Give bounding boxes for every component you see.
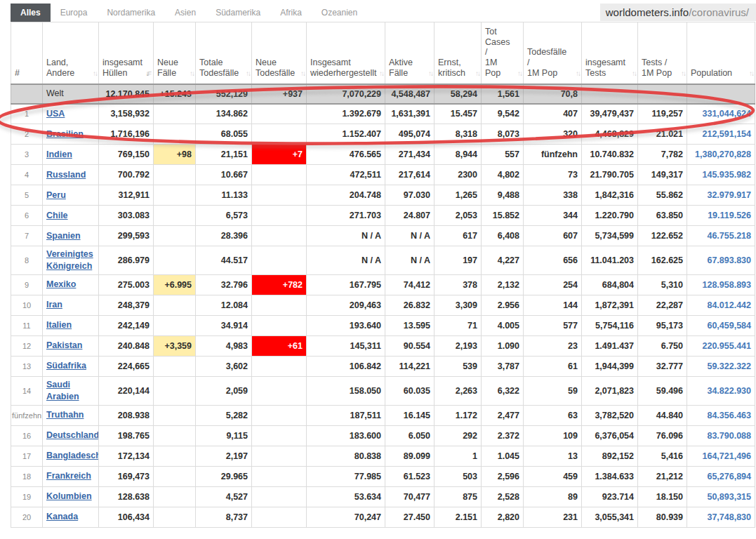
cell-serious: 378 xyxy=(435,274,482,295)
tab-afrika[interactable]: Afrika xyxy=(270,4,312,22)
cell-tests: 3,782,520 xyxy=(582,405,638,425)
column-header-insgesamt[interactable]: insgesamt Tests↑↓ xyxy=(582,22,638,84)
cell-new-cases xyxy=(154,104,196,124)
country-link[interactable]: Bangladesch xyxy=(46,451,99,460)
cell-deaths-1m: 73 xyxy=(524,165,582,185)
cell-serious: 1.172 xyxy=(435,405,482,425)
cell-active: 74,412 xyxy=(385,274,435,295)
country-link[interactable]: Vereinigtes Königreich xyxy=(46,249,93,271)
tab-nordamerika[interactable]: Nordamerika xyxy=(97,4,165,22)
column-header-land-[interactable]: Land, Andere↑↓ xyxy=(43,22,99,84)
country-cell: Russland xyxy=(43,165,99,185)
cell-population[interactable]: 59.322.322 xyxy=(687,356,755,376)
rank-cell: 12 xyxy=(11,335,43,356)
cell-population[interactable]: 46.755.218 xyxy=(687,226,755,246)
cell-recovered: 158.050 xyxy=(307,376,385,405)
cell-new-cases: +3,359 xyxy=(154,335,196,356)
cell-serious: 292 xyxy=(435,425,482,446)
cell-deaths-1m: 23 xyxy=(524,335,582,356)
country-link[interactable]: Kolumbien xyxy=(46,491,92,501)
cell-population[interactable]: 34.822.930 xyxy=(687,376,755,405)
cell-active: 4,548,487 xyxy=(385,84,435,104)
cell-population[interactable]: 128.958.893 xyxy=(687,274,755,295)
column-label: Todesfälle / 1M Pop xyxy=(527,47,566,78)
cell-cases-1m: 9,488 xyxy=(482,185,524,206)
table-row: 7Spanien299,59328.396N / AN / A6176,4086… xyxy=(11,226,755,246)
cell-active: 60.035 xyxy=(385,376,435,405)
cell-serious: 617 xyxy=(435,226,482,246)
country-link[interactable]: Pakistan xyxy=(46,340,82,350)
cell-tests: 2,071,823 xyxy=(582,376,638,405)
cell-active: 24.807 xyxy=(385,206,435,226)
cell-population[interactable]: 50,893,315 xyxy=(687,486,755,507)
cell-population[interactable]: 60,459,584 xyxy=(687,315,755,335)
cell-deaths-1m: 344 xyxy=(524,206,582,226)
cell-population[interactable]: 83.790.088 xyxy=(687,425,755,446)
country-link[interactable]: Peru xyxy=(46,190,66,200)
cell-population[interactable]: 84.356.463 xyxy=(687,405,755,425)
country-link[interactable]: Italien xyxy=(46,320,72,330)
cell-population[interactable]: 220.955.441 xyxy=(687,335,755,356)
column-header-insgesamt[interactable]: Insgesamt wiederhergestellt↑↓ xyxy=(307,22,385,84)
cell-recovered: 476.565 xyxy=(307,145,385,165)
cell-population[interactable]: 67.893.830 xyxy=(687,246,755,275)
cell-total-cases: 3,158,932 xyxy=(99,104,154,124)
cell-serious: 197 xyxy=(435,246,482,275)
cell-tests: 10.740.832 xyxy=(582,145,638,165)
cell-deaths-1m: 13 xyxy=(524,446,582,466)
cell-new-deaths xyxy=(252,405,307,425)
country-link[interactable]: Südafrika xyxy=(46,361,86,371)
column-header-neue[interactable]: Neue Fälle↑↓ xyxy=(154,22,196,84)
cell-population[interactable]: 84.012.442 xyxy=(687,295,755,315)
country-link[interactable]: Mexiko xyxy=(46,279,76,289)
tab-asien[interactable]: Asien xyxy=(165,4,206,22)
country-link[interactable]: Frankreich xyxy=(46,471,91,481)
tab-ozeanien[interactable]: Ozeanien xyxy=(312,4,367,22)
cell-population[interactable]: 37,748,830 xyxy=(687,507,755,527)
cell-population[interactable]: 164,721,496 xyxy=(687,446,755,466)
column-header-todesfälle[interactable]: Todesfälle / 1M Pop↑↓ xyxy=(524,22,582,84)
country-link[interactable]: Spanien xyxy=(46,231,81,241)
cell-serious: 2.151 xyxy=(435,507,482,527)
cell-population[interactable]: 32.979.917 xyxy=(687,185,755,206)
column-header-neue[interactable]: Neue Todesfälle↑↓ xyxy=(252,22,307,84)
country-link[interactable]: Russland xyxy=(46,170,86,180)
cell-new-deaths xyxy=(252,446,307,466)
cell-deaths-1m: 459 xyxy=(524,466,582,486)
country-link[interactable]: Truthahn xyxy=(46,410,84,420)
country-link[interactable]: Kanada xyxy=(46,512,78,521)
cell-population[interactable]: 145.935.982 xyxy=(687,165,755,185)
cell-population[interactable]: 19.119.526 xyxy=(687,206,755,226)
country-link[interactable]: Brasilien xyxy=(46,129,84,139)
column-header-population[interactable]: Population↑↓ xyxy=(687,22,755,84)
cell-new-cases xyxy=(154,295,196,315)
table-row: 8Vereinigtes Königreich286.97944.517N / … xyxy=(11,246,755,275)
cell-population[interactable]: 331,044,624 xyxy=(687,104,755,124)
country-link[interactable]: Deutschland xyxy=(46,430,99,440)
cell-active: 27.450 xyxy=(385,507,435,527)
cell-total-cases: 303.083 xyxy=(99,206,154,226)
column-header-totale[interactable]: Totale Todesfälle↑↓ xyxy=(196,22,252,84)
cell-population[interactable]: 212,591,154 xyxy=(687,124,755,145)
country-link[interactable]: USA xyxy=(46,109,65,119)
cell-total-deaths: 9,115 xyxy=(196,425,252,446)
country-link[interactable]: Iran xyxy=(46,300,62,310)
column-header-tot[interactable]: Tot Cases / 1M Pop↑↓ xyxy=(482,22,524,84)
tab-europa[interactable]: Europa xyxy=(51,4,98,22)
country-link[interactable]: Chile xyxy=(46,211,68,220)
tab-alles[interactable]: Alles xyxy=(11,4,51,22)
cell-recovered: 183.600 xyxy=(307,425,385,446)
cell-total-deaths: 552,129 xyxy=(196,84,252,104)
tab-südamerika[interactable]: Südamerika xyxy=(206,4,270,22)
country-link[interactable]: Saudi Arabien xyxy=(46,380,79,401)
column-header-aktive[interactable]: Aktive Fälle↑↓ xyxy=(385,22,435,84)
cell-active: 114,221 xyxy=(385,356,435,376)
country-cell: Südafrika xyxy=(43,356,99,376)
cell-recovered: 204.748 xyxy=(307,185,385,206)
country-link[interactable]: Indien xyxy=(46,149,72,159)
cell-population[interactable]: 65,276,894 xyxy=(687,466,755,486)
column-header-tests-[interactable]: Tests / 1M Pop↑↓ xyxy=(638,22,687,84)
column-header-ernst-[interactable]: Ernst, kritisch↑↓ xyxy=(435,22,482,84)
column-header-insgesamt[interactable]: insgesamt Hüllen↓F xyxy=(99,22,154,84)
cell-population[interactable]: 1,380,270,828 xyxy=(687,145,755,165)
